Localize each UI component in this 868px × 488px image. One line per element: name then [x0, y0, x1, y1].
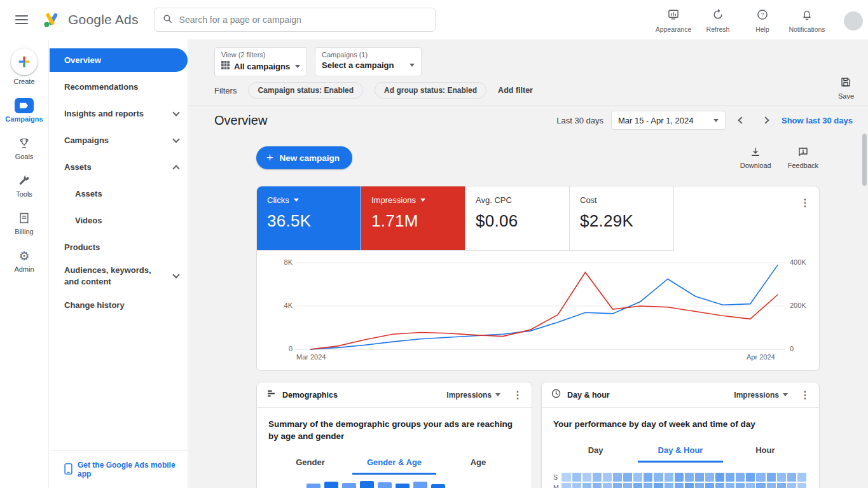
billing-icon — [0, 211, 48, 226]
day-hour-card-menu-icon[interactable]: ⋮ — [800, 389, 810, 401]
mobile-app-label: Get the Google Ads mobile app — [78, 461, 188, 478]
view-selector[interactable]: View (2 filters) All campaigns — [214, 47, 307, 76]
scorecard-cost[interactable]: Cost$2.29K — [570, 186, 674, 250]
scorecard-value: 1.71M — [371, 211, 455, 231]
caret-down-icon — [295, 65, 300, 68]
day-hour-description: Your performance by day of week and time… — [553, 418, 808, 430]
sidebar-item-products[interactable]: Products — [50, 235, 188, 259]
mobile-app-link[interactable]: Get the Google Ads mobile app — [50, 450, 188, 488]
search-icon — [162, 13, 173, 27]
demographics-metric-selector[interactable]: Impressions — [446, 391, 500, 400]
heatmap-row-s: S — [553, 473, 808, 482]
sidebar-item-insights-and-reports[interactable]: Insights and reports — [50, 102, 188, 125]
bar — [431, 484, 445, 488]
create-button[interactable]: Create — [0, 48, 48, 85]
search-input[interactable] — [179, 15, 427, 25]
day-hour-tab-hour[interactable]: Hour — [723, 442, 808, 463]
day-hour-heatmap: SM — [553, 473, 808, 488]
rail-item-label: Campaigns — [0, 115, 48, 123]
heatmap-cell — [726, 483, 734, 488]
scrollbar-thumb[interactable] — [862, 134, 867, 186]
topbar-action-appearance[interactable]: Appearance — [653, 6, 694, 33]
heatmap-cell — [767, 473, 776, 482]
day-hour-card: Day & hour Impressions ⋮ Your performanc… — [541, 382, 820, 488]
sidebar-item-overview[interactable]: Overview — [50, 48, 188, 72]
add-filter-button[interactable]: Add filter — [498, 86, 533, 95]
demographics-tab-age[interactable]: Age — [436, 454, 520, 475]
scorecard-avg-cpc[interactable]: Avg. CPC$0.06 — [465, 186, 570, 250]
rail-item-tools[interactable]: Tools — [0, 173, 48, 198]
date-range-selector[interactable]: Mar 15 - Apr 1, 2024 — [611, 111, 726, 130]
rail-item-goals[interactable]: Goals — [0, 136, 48, 160]
sidebar-item-assets[interactable]: Assets — [50, 155, 188, 179]
heatmap-row-m: M — [553, 483, 808, 488]
sidebar-item-assets[interactable]: Assets — [50, 182, 188, 206]
rail-item-campaigns[interactable]: Campaigns — [0, 98, 48, 123]
view-selector-label: View (2 filters) — [221, 51, 300, 59]
scorecard-clicks[interactable]: Clicks36.5K — [257, 186, 361, 250]
heatmap-cell — [715, 483, 724, 488]
svg-text:?: ? — [761, 11, 764, 18]
overview-chart-card: Clicks36.5KImpressions1.71MAvg. CPC$0.06… — [256, 186, 820, 371]
sidebar-item-recommendations[interactable]: Recommendations — [50, 75, 188, 99]
feedback-button[interactable]: Feedback — [788, 146, 818, 169]
rail-item-billing[interactable]: Billing — [0, 211, 48, 235]
filters-label: Filters — [214, 86, 237, 95]
next-period-button[interactable] — [757, 112, 774, 129]
main-content: View (2 filters) All campaigns Campaigns… — [188, 39, 868, 488]
demographics-tabs: GenderGender & AgeAge — [268, 454, 520, 475]
bar — [413, 482, 427, 488]
scorecard-label-row: Clicks — [267, 195, 350, 205]
show-last-30-days-link[interactable]: Show last 30 days — [782, 116, 853, 125]
product-name: Google Ads — [68, 12, 139, 27]
heatmap-cell — [623, 473, 632, 482]
previous-period-button[interactable] — [733, 112, 750, 129]
topbar-action-help[interactable]: ?Help — [742, 6, 783, 33]
global-search[interactable] — [154, 8, 436, 32]
filter-chip-ad-group-status-enabled[interactable]: Ad group status: Enabled — [375, 82, 486, 99]
heatmap-cell — [572, 473, 581, 482]
filter-chip-campaign-status-enabled[interactable]: Campaign status: Enabled — [248, 82, 363, 99]
goals-icon — [0, 136, 48, 151]
caret-down-icon — [410, 64, 415, 67]
demographics-card-title: Demographics — [282, 391, 338, 400]
chevron-down-icon — [172, 136, 179, 143]
appearance-icon — [667, 8, 680, 24]
day-hour-card-title: Day & hour — [567, 391, 610, 400]
help-icon: ? — [756, 8, 769, 24]
scorecard-impressions[interactable]: Impressions1.71M — [361, 186, 465, 250]
day-hour-tab-day-hour[interactable]: Day & Hour — [638, 442, 722, 463]
campaign-selector[interactable]: Campaigns (1) Select a campaign — [315, 47, 422, 76]
scorecard-label-row: Avg. CPC — [476, 195, 559, 205]
sidebar-item-change-history[interactable]: Change history — [50, 293, 188, 317]
y-axis-right-tick: 200K — [790, 302, 816, 309]
new-campaign-button[interactable]: + New campaign — [256, 146, 352, 169]
demographics-card: Demographics Impressions ⋮ Summary of th… — [256, 382, 532, 488]
sidebar-item-videos[interactable]: Videos — [50, 209, 188, 232]
demographics-tab-gender[interactable]: Gender — [268, 454, 352, 475]
y-axis-right-tick: 400K — [790, 258, 816, 266]
rail-item-admin[interactable]: ⚙Admin — [0, 248, 48, 273]
heatmap-cell — [603, 473, 612, 482]
topbar-action-refresh[interactable]: Refresh — [698, 6, 738, 33]
topbar-action-notifications[interactable]: Notifications — [787, 6, 827, 33]
menu-icon[interactable] — [15, 13, 28, 27]
chevron-down-icon — [172, 271, 179, 278]
demographics-tab-gender-age[interactable]: Gender & Age — [352, 454, 436, 475]
overview-card-menu-icon[interactable]: ⋮ — [800, 197, 810, 209]
sidebar-item-campaigns[interactable]: Campaigns — [50, 129, 188, 152]
phone-icon — [64, 463, 72, 477]
download-button[interactable]: Download — [740, 146, 771, 169]
sidebar-item-audiences-keywords-and-content[interactable]: Audiences, keywords, and content — [50, 262, 188, 290]
topbar-action-label: Help — [755, 25, 769, 33]
heatmap-cell — [572, 483, 581, 488]
topbar-action-label: Notifications — [789, 25, 825, 33]
demographics-card-menu-icon[interactable]: ⋮ — [513, 389, 523, 401]
day-hour-tab-day[interactable]: Day — [553, 442, 638, 463]
day-hour-metric-selector[interactable]: Impressions — [734, 391, 788, 400]
save-button[interactable]: Save — [838, 76, 854, 100]
performance-line-chart — [296, 250, 785, 365]
x-axis-label-start: Mar 2024 — [296, 353, 326, 361]
account-avatar[interactable] — [844, 11, 863, 31]
day-hour-card-header: Day & hour Impressions ⋮ — [542, 382, 819, 408]
